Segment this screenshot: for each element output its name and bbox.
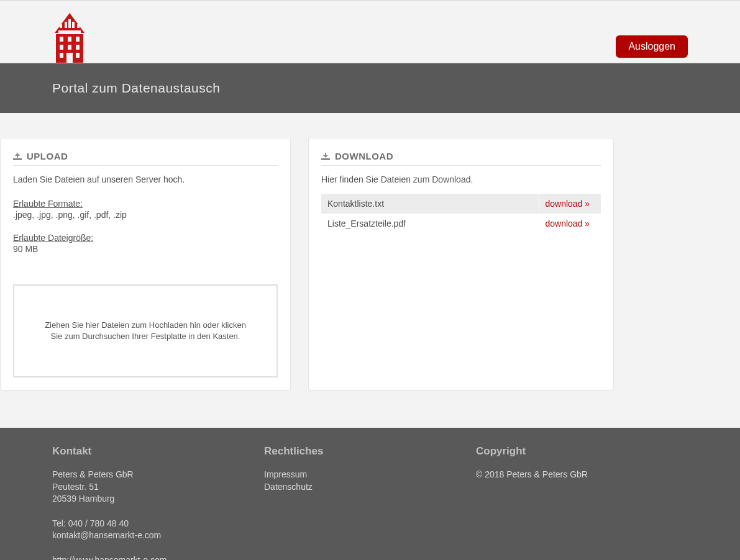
svg-rect-2 [60, 37, 63, 42]
footer-contact: Kontakt Peters & Peters GbR Peutestr. 51… [52, 445, 264, 560]
svg-rect-11 [60, 24, 62, 28]
svg-rect-9 [76, 53, 80, 58]
dropzone-text: Ziehen Sie hier Dateien zum Hochladen hi… [14, 320, 276, 342]
download-link[interactable]: download » [546, 219, 590, 228]
footer-copyright-heading: Copyright [476, 445, 688, 458]
allowed-size-label: Erlaubte Dateigröße: [13, 233, 93, 243]
download-heading-text: DOWNLOAD [335, 151, 393, 161]
main-content: UPLOAD Laden Sie Dateien auf unseren Ser… [0, 113, 740, 428]
svg-rect-6 [68, 45, 71, 50]
svg-rect-15 [77, 24, 80, 28]
footer-company: Peters & Peters GbR [52, 469, 264, 481]
svg-rect-14 [72, 22, 75, 28]
svg-rect-10 [66, 53, 73, 63]
svg-rect-16 [13, 158, 22, 160]
footer-email-link[interactable]: kontakt@hansemarkt-e.com [52, 530, 264, 542]
footer-tel: Tel: 040 / 780 48 40 [52, 518, 264, 530]
upload-dropzone[interactable]: Ziehen Sie hier Dateien zum Hochladen hi… [13, 284, 278, 377]
upload-heading-text: UPLOAD [27, 151, 68, 161]
footer-legal: Rechtliches Impressum Datenschutz [264, 445, 476, 560]
table-row: Liste_Ersatzteile.pdfdownload » [321, 214, 601, 233]
allowed-formats-value: .jpeg, .jpg, .png, .gif, .pdf, .zip [13, 210, 127, 220]
footer-contact-heading: Kontakt [52, 445, 264, 458]
svg-rect-7 [76, 45, 80, 50]
svg-rect-5 [60, 45, 63, 50]
impressum-link[interactable]: Impressum [264, 469, 476, 481]
allowed-size-value: 90 MB [13, 244, 38, 254]
file-name: Liste_Ersatzteile.pdf [321, 214, 539, 233]
footer-city: 20539 Hamburg [52, 493, 264, 505]
footer-copyright-text: © 2018 Peters & Peters GbR [476, 469, 688, 481]
titlebar: Portal zum Datenaustausch [0, 63, 740, 113]
logo[interactable] [52, 1, 87, 63]
footer-legal-heading: Rechtliches [264, 445, 476, 458]
upload-heading: UPLOAD [13, 151, 278, 166]
footer: Kontakt Peters & Peters GbR Peutestr. 51… [0, 428, 740, 560]
footer-copyright: Copyright © 2018 Peters & Peters GbR [476, 445, 688, 560]
logout-button[interactable]: Ausloggen [616, 35, 688, 58]
svg-rect-8 [60, 53, 63, 58]
file-name: Kontaktliste.txt [321, 194, 539, 214]
upload-icon [13, 153, 22, 160]
datenschutz-link[interactable]: Datenschutz [264, 481, 476, 494]
download-intro: Hier finden Sie Dateien zum Download. [321, 173, 601, 186]
svg-rect-12 [65, 22, 67, 28]
download-icon [321, 153, 330, 160]
svg-rect-3 [68, 37, 71, 42]
footer-website-link[interactable]: http://www.hansemarkt-e.com [52, 554, 264, 560]
svg-rect-13 [68, 19, 71, 28]
svg-marker-17 [15, 153, 20, 158]
svg-marker-19 [323, 153, 328, 158]
upload-card: UPLOAD Laden Sie Dateien auf unseren Ser… [0, 138, 291, 391]
footer-street: Peutestr. 51 [52, 481, 264, 494]
download-table: Kontaktliste.txtdownload »Liste_Ersatzte… [321, 194, 601, 233]
svg-rect-4 [76, 37, 80, 42]
table-row: Kontaktliste.txtdownload » [321, 194, 601, 214]
download-link[interactable]: download » [546, 199, 590, 209]
header: Ausloggen [0, 0, 740, 63]
allowed-formats-label: Erlaubte Formate: [13, 199, 83, 209]
download-heading: DOWNLOAD [321, 151, 601, 166]
page-title: Portal zum Datenaustausch [52, 63, 688, 113]
svg-rect-18 [321, 158, 330, 160]
building-logo-icon [52, 13, 87, 63]
download-card: DOWNLOAD Hier finden Sie Dateien zum Dow… [308, 138, 614, 391]
upload-intro: Laden Sie Dateien auf unseren Server hoc… [13, 173, 278, 186]
